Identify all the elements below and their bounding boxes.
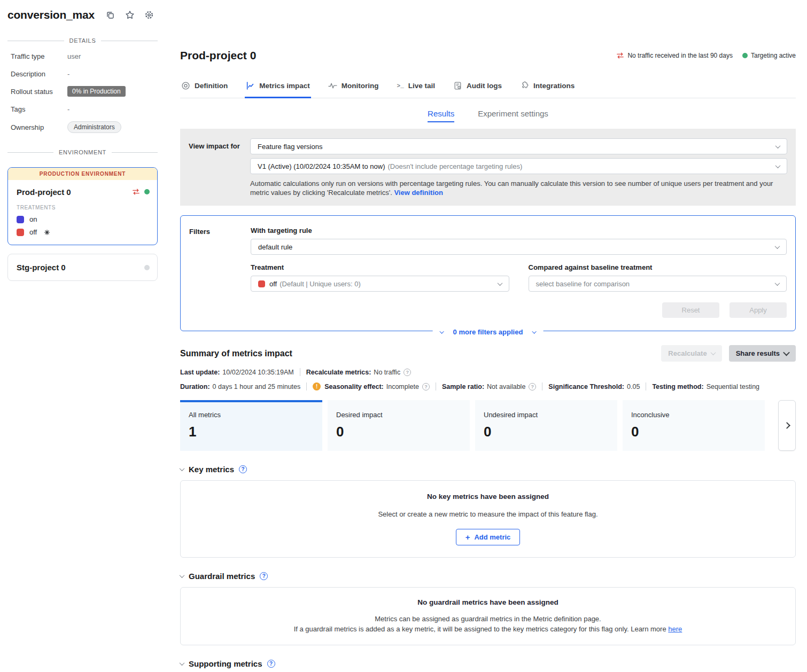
view-impact-label: View impact for: [189, 138, 250, 197]
targeting-active-dot: [144, 189, 150, 194]
testing-method-label: Testing method:: [652, 383, 703, 390]
treatment-off-swatch: [17, 229, 24, 236]
info-icon[interactable]: ?: [422, 383, 430, 390]
learn-more-link[interactable]: here: [668, 625, 682, 633]
main-content: Prod-project 0 No traffic received in th…: [168, 0, 807, 672]
reset-button[interactable]: Reset: [662, 302, 719, 318]
detail-value: -: [67, 105, 69, 113]
targeting-active-dot: [742, 53, 748, 58]
targeting-rule-dropdown[interactable]: default rule: [251, 239, 787, 255]
chevron-down-icon: [532, 329, 536, 333]
cards-next-button[interactable]: [778, 400, 796, 451]
staging-status-dot: [144, 265, 150, 270]
baseline-placeholder: select baseline for comparison: [536, 280, 776, 288]
detail-label: Ownership: [11, 123, 67, 131]
detail-label: Rollout status: [11, 88, 67, 96]
default-treatment-asterisk-icon: [43, 229, 50, 236]
details-heading: DETAILS: [69, 37, 96, 44]
tab-audit-logs[interactable]: Audit logs: [452, 79, 503, 98]
chevron-down-icon[interactable]: [180, 660, 185, 666]
tab-definition[interactable]: Definition: [180, 79, 229, 98]
significance-value: 0.05: [627, 383, 640, 390]
tab-bar: Definition Metrics impact Monitoring >_ …: [180, 79, 796, 98]
last-update-label: Last update:: [180, 369, 220, 376]
tab-metrics-impact[interactable]: Metrics impact: [245, 79, 311, 98]
detail-label: Description: [11, 70, 67, 78]
environment-card-staging[interactable]: Stg-project 0: [7, 254, 158, 281]
sample-ratio-label: Sample ratio:: [442, 383, 484, 390]
subtab-results[interactable]: Results: [428, 109, 454, 122]
card-label: Desired impact: [336, 411, 461, 419]
ownership-pill[interactable]: Administrators: [67, 121, 121, 133]
chevron-down-icon[interactable]: [180, 466, 185, 471]
more-filters-toggle[interactable]: 0 more filters applied: [433, 328, 544, 336]
treatment-off-label: off: [29, 228, 37, 236]
tab-monitoring[interactable]: Monitoring: [327, 79, 380, 98]
help-icon[interactable]: ?: [267, 660, 275, 668]
subtab-experiment-settings[interactable]: Experiment settings: [478, 109, 548, 122]
guardrail-metrics-title: Guardrail metrics: [189, 572, 255, 581]
gear-icon[interactable]: [144, 10, 154, 20]
rollout-status-badge: 0% in Production: [67, 86, 126, 97]
chart-line-icon: [246, 81, 255, 90]
tab-live-tail[interactable]: >_ Live tail: [396, 79, 436, 98]
sidebar: conversion_max DETAILS Traffic type user…: [0, 0, 168, 672]
recalculate-label: Recalculate: [668, 349, 707, 357]
share-results-label: Share results: [736, 349, 780, 357]
card-label: All metrics: [189, 411, 314, 419]
card-label: Inconclusive: [631, 411, 756, 419]
impact-card-desired[interactable]: Desired impact 0: [328, 400, 470, 451]
share-results-button[interactable]: Share results: [729, 345, 796, 362]
terminal-icon: >_: [397, 83, 404, 89]
empty-state-title: No guardrail metrics have been assigned: [191, 598, 785, 606]
apply-button[interactable]: Apply: [730, 302, 787, 318]
impact-card-inconclusive[interactable]: Inconclusive 0: [623, 400, 765, 451]
key-metrics-header: Key metrics ?: [180, 465, 796, 474]
impact-card-all-metrics[interactable]: All metrics 1: [180, 400, 322, 451]
info-icon[interactable]: ?: [404, 369, 411, 376]
filters-panel: Filters With targeting rule default rule…: [180, 215, 796, 331]
baseline-dropdown[interactable]: select baseline for comparison: [529, 276, 787, 292]
environment-name: Prod-project 0: [17, 187, 130, 197]
chevron-down-icon: [783, 349, 790, 356]
treatment-row-on: on: [17, 215, 150, 223]
environment-card-production[interactable]: PRODUCTION ENVIRONMENT Prod-project 0 TR…: [7, 167, 158, 245]
impact-card-undesired[interactable]: Undesired impact 0: [475, 400, 617, 451]
view-impact-panel: View impact for Feature flag versions V1…: [180, 129, 796, 206]
help-icon[interactable]: ?: [239, 465, 247, 473]
detail-row-description: Description -: [11, 68, 158, 79]
puzzle-icon: [520, 81, 529, 90]
environment-name: Stg-project 0: [17, 263, 66, 272]
summary-meta-row-1: Last update: 10/02/2024 10:35:19AM Recal…: [180, 368, 796, 376]
guardrail-metrics-header: Guardrail metrics ?: [180, 572, 796, 581]
star-icon[interactable]: [125, 10, 135, 20]
card-value: 0: [336, 424, 461, 440]
card-label: Undesired impact: [484, 411, 609, 419]
view-definition-link[interactable]: View definition: [394, 189, 443, 197]
help-icon[interactable]: ?: [260, 572, 268, 580]
copy-icon[interactable]: [105, 10, 116, 20]
detail-label: Traffic type: [11, 52, 67, 60]
targeting-text: Targeting active: [751, 52, 796, 59]
empty-state-title: No key metrics have been assigned: [191, 493, 785, 501]
treatment-dropdown[interactable]: off (Default | Unique users: 0): [251, 276, 509, 292]
recalculate-button[interactable]: Recalculate: [661, 345, 721, 362]
no-traffic-text: No traffic received in the last 90 days: [627, 52, 733, 59]
tab-label: Metrics impact: [259, 82, 310, 90]
card-value: 0: [631, 424, 756, 440]
card-value: 0: [484, 424, 609, 440]
version-value: V1 (Active) (10/02/2024 10:35AM to now): [258, 162, 385, 170]
tab-integrations[interactable]: Integrations: [519, 79, 576, 98]
chevron-down-icon[interactable]: [180, 573, 185, 578]
version-type-dropdown[interactable]: Feature flag versions: [250, 138, 787, 154]
target-icon: [181, 81, 190, 90]
detail-label: Tags: [11, 105, 67, 113]
key-metrics-title: Key metrics: [189, 465, 234, 474]
environment-heading: ENVIRONMENT: [59, 149, 106, 155]
info-icon[interactable]: ?: [529, 383, 536, 390]
version-dropdown[interactable]: V1 (Active) (10/02/2024 10:35AM to now) …: [250, 158, 787, 174]
add-metric-button[interactable]: + Add metric: [456, 529, 521, 545]
chevron-down-icon: [775, 244, 780, 249]
targeting-status: Targeting active: [742, 52, 796, 59]
supporting-metrics-header: Supporting metrics ?: [180, 659, 796, 668]
